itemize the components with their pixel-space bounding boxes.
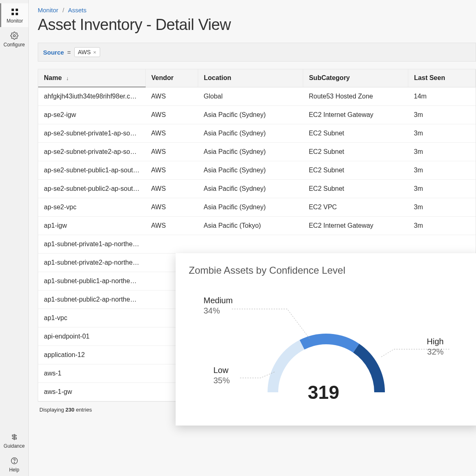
svg-rect-3 <box>16 13 18 15</box>
main-content: Monitor / Assets Asset Inventory - Detai… <box>29 0 476 476</box>
filter-chip[interactable]: AWS × <box>74 47 100 57</box>
cell-location: Asia Pacific (Sydney) <box>198 198 303 217</box>
gauge-arc-low <box>273 345 302 392</box>
cell-name: ap1-subnet-public1-ap-northeast-… <box>38 272 145 291</box>
cell-name: aws-1 <box>38 364 145 383</box>
table-row[interactable]: ap-se2-subnet-private2-ap-southe…AWSAsia… <box>38 143 476 161</box>
cell-subcategory: EC2 Subnet <box>303 161 408 180</box>
cell-location: Asia Pacific (Sydney) <box>198 161 303 180</box>
svg-rect-1 <box>16 9 18 11</box>
table-row[interactable]: ahfgkjh43iuth34te98rihf98er.com.AWSGloba… <box>38 87 476 106</box>
signpost-icon <box>10 433 19 442</box>
cell-subcategory: EC2 VPC <box>303 198 408 217</box>
gauge-arc-medium <box>302 339 356 348</box>
cell-name: ap1-subnet-private2-ap-northeast… <box>38 254 145 272</box>
sidebar-item-help[interactable]: Help <box>0 452 28 476</box>
zombie-assets-card: Zombie Assets by Confidence Level Medium… <box>176 253 476 426</box>
table-header-row: Name ↓ Vendor Location SubCategory Last … <box>38 69 476 87</box>
cell-subcategory: EC2 Internet Gateway <box>303 217 408 235</box>
col-header-subcategory[interactable]: SubCategory <box>303 69 408 87</box>
cell-name: ap1-subnet-private1-ap-northeast… <box>38 235 145 254</box>
help-icon <box>10 456 19 465</box>
cell-location: Asia Pacific (Sydney) <box>198 143 303 161</box>
table-row[interactable]: ap1-subnet-private1-ap-northeast… <box>38 235 476 254</box>
svg-point-4 <box>13 35 15 37</box>
cell-name: ap-se2-vpc <box>38 198 145 217</box>
sort-arrow-icon: ↓ <box>66 75 69 81</box>
sidebar-item-monitor[interactable]: Monitor <box>0 3 28 27</box>
chart-title: Zombie Assets by Confidence Level <box>189 265 466 276</box>
callout-low: Low 35% <box>213 366 230 385</box>
cell-last_seen: 3m <box>408 217 476 235</box>
table-row[interactable]: ap-se2-subnet-private1-ap-southe…AWSAsia… <box>38 124 476 143</box>
close-icon[interactable]: × <box>93 49 96 55</box>
callout-high: High 32% <box>427 337 444 357</box>
cell-location: Global <box>198 87 303 106</box>
sidebar-item-configure[interactable]: Configure <box>0 27 28 51</box>
breadcrumb-monitor[interactable]: Monitor <box>38 7 58 14</box>
table-row[interactable]: ap-se2-vpcAWSAsia Pacific (Sydney)EC2 VP… <box>38 198 476 217</box>
svg-point-6 <box>14 462 14 463</box>
cell-name: ap-se2-subnet-private2-ap-southe… <box>38 143 145 161</box>
cell-location: Asia Pacific (Sydney) <box>198 124 303 143</box>
col-header-name[interactable]: Name ↓ <box>38 69 145 87</box>
page-title: Asset Inventory - Detail View <box>38 16 476 34</box>
cell-vendor: AWS <box>145 87 198 106</box>
gauge-total: 319 <box>308 381 339 403</box>
cell-vendor: AWS <box>145 143 198 161</box>
col-header-vendor[interactable]: Vendor <box>145 69 198 87</box>
sidebar: Monitor Configure Guidance Help <box>0 0 29 476</box>
sidebar-item-label: Guidance <box>4 443 25 449</box>
cell-vendor: AWS <box>145 217 198 235</box>
cell-subcategory <box>303 235 408 254</box>
cell-last_seen: 3m <box>408 198 476 217</box>
cell-last_seen: 3m <box>408 161 476 180</box>
sidebar-item-label: Monitor <box>7 18 23 24</box>
cell-name: api-endpoint-01 <box>38 327 145 346</box>
cell-vendor: AWS <box>145 124 198 143</box>
cell-subcategory: EC2 Internet Gateway <box>303 106 408 124</box>
gear-icon <box>10 31 19 40</box>
table-row[interactable]: ap-se2-subnet-public1-ap-southea…AWSAsia… <box>38 161 476 180</box>
cell-name: application-12 <box>38 346 145 364</box>
cell-location: Asia Pacific (Sydney) <box>198 106 303 124</box>
filter-bar[interactable]: Source = AWS × <box>38 43 476 62</box>
cell-name: ap-se2-subnet-public2-ap-southea… <box>38 180 145 198</box>
cell-name: ap-se2-igw <box>38 106 145 124</box>
filter-label[interactable]: Source <box>43 49 64 56</box>
table-row[interactable]: ap1-igwAWSAsia Pacific (Tokyo)EC2 Intern… <box>38 217 476 235</box>
cell-last_seen <box>408 235 476 254</box>
cell-subcategory: EC2 Subnet <box>303 180 408 198</box>
table-row[interactable]: ap-se2-subnet-public2-ap-southea…AWSAsia… <box>38 180 476 198</box>
sidebar-item-label: Configure <box>3 42 25 48</box>
gauge-chart: Medium 34% Low 35% High 32% 319 <box>189 284 466 411</box>
col-header-last-seen[interactable]: Last Seen <box>408 69 476 87</box>
cell-name: aws-1-gw <box>38 383 145 401</box>
cell-name: ahfgkjh43iuth34te98rihf98er.com. <box>38 87 145 106</box>
sidebar-item-label: Help <box>9 467 19 473</box>
cell-vendor: AWS <box>145 161 198 180</box>
cell-last_seen: 3m <box>408 106 476 124</box>
cell-subcategory: EC2 Subnet <box>303 143 408 161</box>
cell-location <box>198 235 303 254</box>
breadcrumb-separator: / <box>62 7 64 14</box>
cell-name: ap-se2-subnet-private1-ap-southe… <box>38 124 145 143</box>
breadcrumb: Monitor / Assets <box>38 7 476 14</box>
sidebar-item-guidance[interactable]: Guidance <box>0 428 28 452</box>
cell-last_seen: 3m <box>408 143 476 161</box>
breadcrumb-assets[interactable]: Assets <box>68 7 87 14</box>
cell-name: ap1-igw <box>38 217 145 235</box>
filter-equals: = <box>67 49 71 56</box>
cell-last_seen: 3m <box>408 180 476 198</box>
cell-location: Asia Pacific (Tokyo) <box>198 217 303 235</box>
col-header-location[interactable]: Location <box>198 69 303 87</box>
cell-vendor: AWS <box>145 198 198 217</box>
cell-location: Asia Pacific (Sydney) <box>198 180 303 198</box>
cell-last_seen: 3m <box>408 124 476 143</box>
table-row[interactable]: ap-se2-igwAWSAsia Pacific (Sydney)EC2 In… <box>38 106 476 124</box>
cell-vendor: AWS <box>145 106 198 124</box>
filter-chip-value: AWS <box>78 49 91 55</box>
cell-subcategory: EC2 Subnet <box>303 124 408 143</box>
cell-name: ap1-subnet-public2-ap-northeast-… <box>38 291 145 309</box>
cell-subcategory: Route53 Hosted Zone <box>303 87 408 106</box>
